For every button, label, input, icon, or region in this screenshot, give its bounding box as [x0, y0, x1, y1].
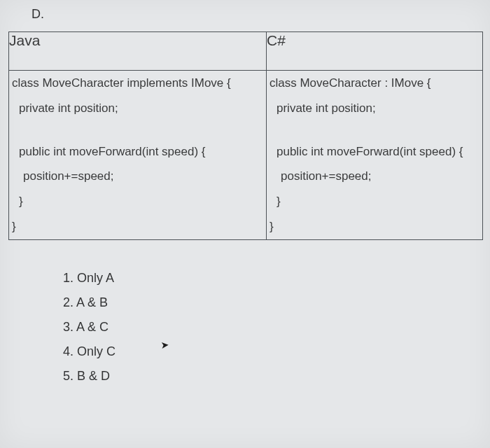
code-line: public int moveForward(int speed) {: [9, 139, 266, 164]
code-line: position+=speed;: [267, 164, 482, 189]
page: D. Java C# class MoveCharacter implement…: [0, 0, 490, 448]
java-code-cell: class MoveCharacter implements IMove { p…: [9, 71, 267, 240]
blank-line: [9, 121, 266, 139]
answer-option-1: 1. Only A: [63, 271, 490, 286]
code-line: private int position;: [267, 96, 482, 121]
code-line: class MoveCharacter : IMove {: [267, 71, 482, 96]
cursor-icon: ➤: [160, 339, 169, 351]
code-line: position+=speed;: [9, 164, 266, 189]
answer-option-5: 5. B & D: [63, 369, 490, 384]
answer-options: 1. Only A 2. A & B 3. A & C 4. Only C 5.…: [63, 271, 490, 384]
code-comparison-table: Java C# class MoveCharacter implements I…: [8, 31, 483, 240]
code-line: class MoveCharacter implements IMove {: [9, 71, 266, 96]
code-line: }: [9, 189, 266, 214]
header-java: Java: [9, 32, 267, 71]
answer-option-3: 3. A & C: [63, 320, 490, 335]
header-csharp: C#: [267, 32, 483, 71]
code-line: private int position;: [9, 96, 266, 121]
code-line: }: [267, 214, 482, 239]
csharp-code-cell: class MoveCharacter : IMove { private in…: [267, 71, 483, 240]
answer-option-4: 4. Only C: [63, 344, 490, 359]
blank-line: [267, 121, 482, 139]
code-line: }: [267, 189, 482, 214]
table-body-row: class MoveCharacter implements IMove { p…: [9, 71, 483, 240]
table-header-row: Java C#: [9, 32, 483, 71]
code-line: public int moveForward(int speed) {: [267, 139, 482, 164]
option-label-d: D.: [0, 7, 490, 22]
code-line: }: [9, 214, 266, 239]
answer-option-2: 2. A & B: [63, 295, 490, 310]
